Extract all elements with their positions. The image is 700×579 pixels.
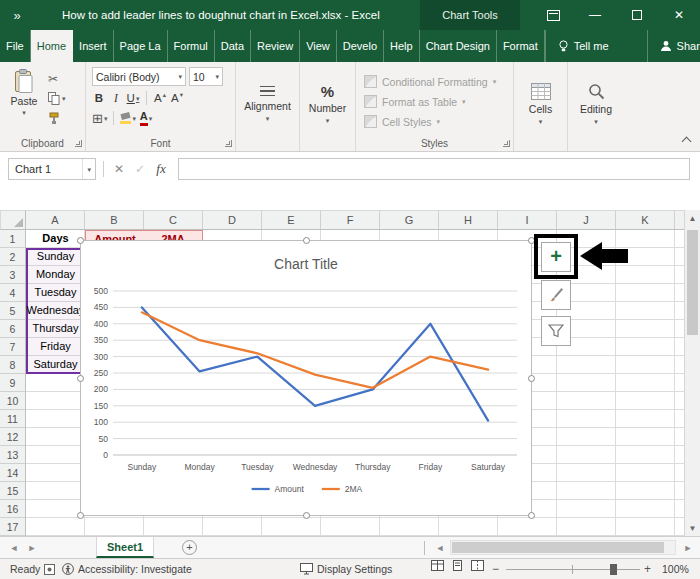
font-name-select[interactable]: Calibri (Body)▾ bbox=[92, 67, 186, 86]
editing-button[interactable]: Editing ▾ bbox=[568, 67, 624, 141]
column-header-G[interactable]: G bbox=[380, 211, 439, 229]
scroll-left-icon[interactable]: ◄ bbox=[432, 537, 448, 559]
chart-styles-button[interactable] bbox=[541, 280, 571, 310]
tab-file[interactable]: File bbox=[0, 30, 31, 62]
column-header-F[interactable]: F bbox=[321, 211, 380, 229]
vertical-scrollbar-thumb[interactable] bbox=[687, 230, 698, 335]
zoom-out-button[interactable]: − bbox=[492, 559, 499, 579]
tab-view[interactable]: View bbox=[300, 30, 337, 62]
chart-handle[interactable] bbox=[528, 375, 535, 382]
row-header-9[interactable]: 9 bbox=[0, 374, 25, 392]
cell-A5[interactable]: Wednesday bbox=[26, 302, 85, 320]
cell-A7[interactable]: Friday bbox=[26, 338, 85, 356]
new-sheet-button[interactable]: + bbox=[182, 540, 197, 555]
page-layout-view-button[interactable] bbox=[450, 559, 464, 571]
column-header-K[interactable]: K bbox=[616, 211, 675, 229]
horizontal-scrollbar-thumb[interactable] bbox=[452, 542, 664, 553]
column-header-E[interactable]: E bbox=[262, 211, 321, 229]
tab-page-la[interactable]: Page La bbox=[114, 30, 168, 62]
next-sheet-icon[interactable]: ► bbox=[24, 537, 40, 559]
chart[interactable]: 050100150200250300350400450500SundayMond… bbox=[80, 240, 532, 516]
tab-format[interactable]: Format bbox=[497, 30, 545, 62]
chart-handle[interactable] bbox=[77, 512, 84, 519]
row-header-17[interactable]: 17 bbox=[0, 518, 25, 536]
enter-icon[interactable]: ✓ bbox=[131, 158, 149, 180]
decrease-font-size-button[interactable]: A▾ bbox=[170, 90, 184, 106]
close-button[interactable]: ✕ bbox=[658, 0, 700, 30]
cell-A6[interactable]: Thursday bbox=[26, 320, 85, 338]
chart-handle[interactable] bbox=[303, 237, 310, 244]
row-header-13[interactable]: 13 bbox=[0, 446, 25, 464]
ribbon-display-options-button[interactable] bbox=[532, 0, 574, 30]
row-header-4[interactable]: 4 bbox=[0, 284, 25, 302]
tell-me-button[interactable]: Tell me bbox=[545, 30, 621, 62]
sheet-tab-sheet1[interactable]: Sheet1 bbox=[96, 537, 154, 558]
page-break-view-button[interactable] bbox=[470, 559, 484, 571]
paste-button[interactable]: Paste ▾ bbox=[7, 69, 41, 127]
cell-A2[interactable]: Sunday bbox=[26, 248, 85, 266]
row-header-1[interactable]: 1 bbox=[0, 230, 25, 248]
macro-record-button[interactable] bbox=[44, 559, 55, 579]
cell-A4[interactable]: Tuesday bbox=[26, 284, 85, 302]
cancel-icon[interactable]: ✕ bbox=[110, 158, 128, 180]
cells-button[interactable]: Cells ▾ bbox=[514, 67, 567, 141]
maximize-button[interactable] bbox=[616, 0, 658, 30]
styles-dialog-launcher[interactable] bbox=[503, 140, 510, 147]
tab-formul[interactable]: Formul bbox=[168, 30, 215, 62]
clipboard-dialog-launcher[interactable] bbox=[75, 140, 82, 147]
normal-view-button[interactable] bbox=[430, 559, 444, 571]
column-header-B[interactable]: B bbox=[85, 211, 144, 229]
zoom-in-button[interactable]: + bbox=[644, 559, 651, 579]
font-dialog-launcher[interactable] bbox=[225, 140, 232, 147]
minimize-button[interactable]: — bbox=[574, 0, 616, 30]
tab-insert[interactable]: Insert bbox=[73, 30, 114, 62]
scroll-up-icon[interactable]: ▲ bbox=[685, 210, 700, 226]
tab-scroll-split[interactable] bbox=[424, 541, 425, 555]
row-header-12[interactable]: 12 bbox=[0, 428, 25, 446]
row-header-10[interactable]: 10 bbox=[0, 392, 25, 410]
row-header-6[interactable]: 6 bbox=[0, 320, 25, 338]
zoom-slider[interactable] bbox=[506, 569, 640, 570]
cell-A3[interactable]: Monday bbox=[26, 266, 85, 284]
scroll-down-icon[interactable]: ▼ bbox=[685, 520, 700, 536]
insert-function-icon[interactable]: fx bbox=[152, 158, 170, 180]
increase-font-size-button[interactable]: A▴ bbox=[153, 90, 167, 106]
collapse-ribbon-button[interactable] bbox=[682, 135, 690, 143]
accessibility-status[interactable]: Accessibility: Investigate bbox=[62, 559, 192, 579]
column-header-A[interactable]: A bbox=[26, 211, 85, 229]
row-header-8[interactable]: 8 bbox=[0, 356, 25, 374]
tab-data[interactable]: Data bbox=[215, 30, 251, 62]
cell-styles-button[interactable]: Cell Styles▾ bbox=[364, 112, 513, 131]
formula-input[interactable] bbox=[178, 158, 690, 180]
cell-A8[interactable]: Saturday bbox=[26, 356, 85, 374]
row-header-7[interactable]: 7 bbox=[0, 338, 25, 356]
cut-button[interactable]: ✂ bbox=[48, 71, 66, 86]
font-size-select[interactable]: 10▾ bbox=[189, 67, 223, 86]
column-header-C[interactable]: C bbox=[144, 211, 203, 229]
chart-filters-button[interactable] bbox=[541, 316, 571, 346]
row-header-11[interactable]: 11 bbox=[0, 410, 25, 428]
chart-handle[interactable] bbox=[303, 512, 310, 519]
row-header-2[interactable]: 2 bbox=[0, 248, 25, 266]
zoom-level[interactable]: 100% bbox=[662, 559, 689, 579]
row-header-3[interactable]: 3 bbox=[0, 266, 25, 284]
display-settings-button[interactable]: Display Settings bbox=[300, 559, 392, 579]
underline-button[interactable]: U▾ bbox=[126, 90, 140, 106]
column-header-J[interactable]: J bbox=[557, 211, 616, 229]
column-header-I[interactable]: I bbox=[498, 211, 557, 229]
bold-button[interactable]: B bbox=[92, 90, 106, 106]
tab-develo[interactable]: Develo bbox=[337, 30, 384, 62]
italic-button[interactable]: I bbox=[109, 90, 123, 106]
format-as-table-button[interactable]: Format as Table▾ bbox=[364, 92, 513, 111]
select-all-corner[interactable] bbox=[0, 210, 26, 230]
column-header-H[interactable]: H bbox=[439, 211, 498, 229]
name-box[interactable]: Chart 1 ▾ bbox=[8, 158, 96, 180]
borders-button[interactable]: ⊞▾ bbox=[92, 110, 107, 126]
quick-access-overflow-icon[interactable]: » bbox=[0, 8, 34, 23]
conditional-formatting-button[interactable]: Conditional Formatting▾ bbox=[364, 72, 513, 91]
copy-button[interactable]: ▾ bbox=[48, 91, 66, 106]
row-header-16[interactable]: 16 bbox=[0, 500, 25, 518]
tab-chart-design[interactable]: Chart Design bbox=[420, 30, 497, 62]
format-painter-button[interactable] bbox=[48, 111, 66, 126]
font-color-button[interactable]: A▾ bbox=[139, 110, 153, 126]
